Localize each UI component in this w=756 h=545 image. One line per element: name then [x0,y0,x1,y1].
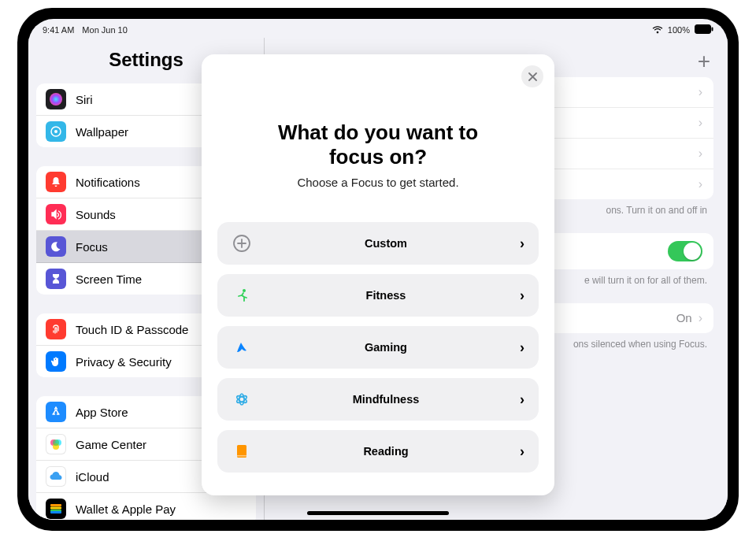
svg-point-4 [54,130,57,133]
sidebar-item-label: App Store [76,406,128,419]
focus-option-gaming[interactable]: Gaming› [217,326,539,369]
screen: 9:41 AM Mon Jun 10 100% Settings SiriWal… [28,19,728,520]
sidebar-item-label: Screen Time [76,272,142,286]
focus-option-label: Gaming [252,341,520,354]
status-bar: 9:41 AM Mon Jun 10 100% [28,19,728,38]
device-frame: 9:41 AM Mon Jun 10 100% Settings SiriWal… [17,8,739,531]
sidebar-item-label: Siri [76,93,93,106]
focus-option-label: Custom [252,237,520,250]
focus-option-fitness[interactable]: Fitness› [217,274,539,317]
icloud-icon [46,466,66,487]
focus-status-value: On [676,311,692,324]
hourglass-icon [46,269,66,289]
moon-icon [46,236,66,257]
focus-option-label: Fitness [252,289,520,302]
home-indicator[interactable] [307,511,449,515]
svg-point-2 [50,93,62,106]
chevron-right-icon: › [520,235,524,252]
gaming-icon [232,337,252,358]
plus-icon [232,233,252,254]
siri-icon [46,89,66,109]
close-button[interactable] [521,65,543,87]
chevron-right-icon: › [520,339,524,356]
modal-title: What do you want to focus on? [217,120,539,169]
appstore-icon [46,402,66,422]
sidebar-item-label: Sounds [76,208,116,221]
modal-subtitle: Choose a Focus to get started. [217,176,539,189]
close-icon [528,72,537,81]
svg-rect-9 [50,504,61,506]
speaker-icon [46,204,66,224]
modal-title-line2: focus on? [217,145,539,169]
chevron-right-icon: › [699,116,702,130]
battery-percent: 100% [668,25,690,35]
chevron-right-icon: › [699,85,702,99]
focus-option-reading[interactable]: Reading› [217,430,539,473]
share-across-devices-toggle[interactable] [668,241,702,261]
focus-options-list: Custom›Fitness›Gaming›Mindfulness›Readin… [217,222,539,473]
sidebar-item-wallet-apple-pay[interactable]: Wallet & Apple Pay [36,493,256,520]
focus-option-mindfulness[interactable]: Mindfulness› [217,378,539,421]
sidebar-item-label: Wallet & Apple Pay [76,502,176,516]
sidebar-item-label: Game Center [76,438,146,451]
focus-option-label: Reading [252,445,520,458]
sidebar-item-label: Focus [76,240,108,254]
wallet-icon [46,499,66,519]
fingerprint-icon [46,319,66,339]
bell-icon [46,172,66,192]
svg-rect-23 [237,455,246,457]
add-focus-button[interactable]: + [698,49,710,74]
svg-point-18 [243,289,246,292]
gamecenter-icon [46,434,66,454]
svg-rect-1 [712,28,713,32]
focus-setup-modal: What do you want to focus on? Choose a F… [202,54,554,495]
wallpaper-icon [46,121,66,142]
status-date: Mon Jun 10 [82,25,127,35]
svg-rect-12 [50,511,61,513]
sidebar-item-label: iCloud [76,470,109,484]
chevron-right-icon: › [699,311,702,325]
svg-rect-0 [695,25,711,34]
chevron-right-icon: › [520,443,524,460]
svg-rect-10 [50,507,61,510]
reading-icon [232,441,252,462]
svg-point-8 [53,439,59,446]
chevron-right-icon: › [699,146,702,161]
sidebar-item-label: Privacy & Security [76,355,172,369]
wifi-icon [652,25,663,35]
battery-icon [695,24,713,35]
sidebar-item-label: Wallpaper [76,125,128,139]
sidebar-item-label: Touch ID & Passcode [76,323,188,336]
modal-title-line1: What do you want to [217,120,539,145]
chevron-right-icon: › [520,287,524,304]
chevron-right-icon: › [699,177,702,191]
status-time: 9:41 AM [43,25,74,35]
focus-option-label: Mindfulness [252,393,520,406]
sidebar-item-label: Notifications [76,176,140,189]
mindfulness-icon [232,389,252,410]
fitness-icon [232,285,252,306]
chevron-right-icon: › [520,391,524,408]
focus-option-custom[interactable]: Custom› [217,222,539,265]
hand-icon [46,351,66,372]
